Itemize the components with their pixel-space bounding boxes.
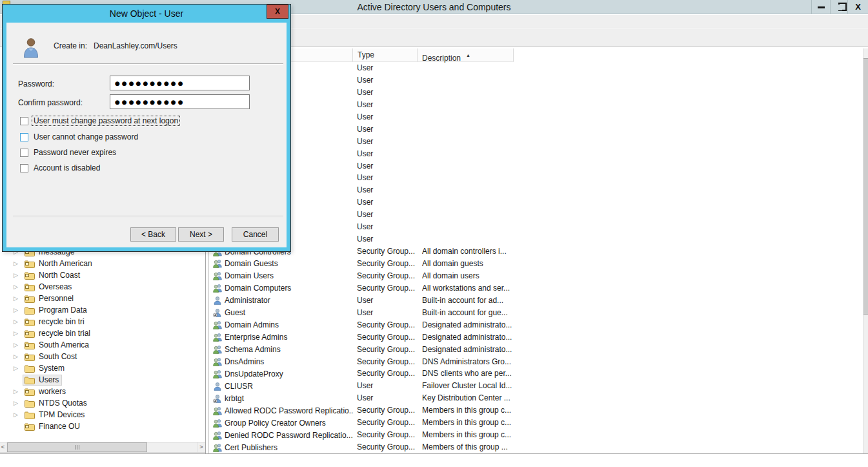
expand-arrow-icon[interactable]: ▷	[14, 351, 23, 362]
expand-arrow-icon[interactable]: ▷	[14, 339, 23, 351]
expand-arrow-icon[interactable]: ▷	[14, 293, 23, 304]
table-row[interactable]: Denied RODC Password Replicatio... Secur…	[208, 429, 863, 441]
expand-arrow-icon[interactable]: ▷	[14, 397, 23, 409]
table-row[interactable]: Domain Computers Security Group... All w…	[208, 282, 863, 295]
checkbox-icon[interactable]	[20, 117, 28, 125]
table-row[interactable]: Domain Controllers Security Group... All…	[208, 245, 863, 258]
table-row[interactable]: User	[208, 148, 863, 160]
table-row[interactable]: Enterprise Admins Security Group... Desi…	[208, 331, 863, 344]
table-row[interactable]: Domain Admins Security Group... Designat…	[208, 319, 863, 331]
column-header-description[interactable]: Description▲	[418, 48, 514, 62]
row-description: Members of this group ...	[422, 441, 532, 453]
list-vertical-scrollbar[interactable]	[863, 48, 868, 454]
row-description: Designated administrato...	[422, 344, 532, 356]
tree-item[interactable]: ▷ South America	[0, 339, 205, 351]
table-row[interactable]: User	[208, 160, 863, 172]
column-header-description-label: Description	[422, 54, 461, 63]
table-row[interactable]: Administrator User Built-in account for …	[208, 295, 863, 307]
table-row[interactable]: CLIUSR User Failover Cluster Local Id...	[208, 380, 863, 392]
scroll-right-arrow[interactable]: >	[197, 442, 205, 452]
expand-arrow-icon[interactable]: ▷	[14, 269, 23, 281]
row-type: User	[357, 295, 419, 307]
tree-item[interactable]: ▷ workers	[0, 386, 205, 397]
expand-arrow-icon[interactable]: ▷	[14, 386, 23, 397]
expand-arrow-icon[interactable]: ▷	[14, 304, 23, 316]
table-row[interactable]: DnsUpdateProxy Security Group... DNS cli…	[208, 368, 863, 380]
tree-horizontal-scrollbar[interactable]: < >	[0, 442, 205, 453]
row-type: Security Group...	[357, 258, 419, 270]
table-row[interactable]: User	[208, 136, 863, 148]
next-button[interactable]: Next >	[178, 227, 224, 242]
table-row[interactable]: User	[208, 184, 863, 196]
table-row[interactable]: Group Policy Creator Owners Security Gro…	[208, 417, 863, 429]
row-name: DnsAdmins	[225, 357, 264, 366]
checkbox-password-never-expires[interactable]: Password never expires	[20, 147, 117, 158]
tree-item[interactable]: ▷ North Coast	[0, 269, 205, 281]
table-row[interactable]: krbtgt User Key Distribution Center ...	[208, 392, 863, 404]
tree-item[interactable]: ▷ recycle bin trial	[0, 327, 205, 339]
confirm-password-input[interactable]	[110, 94, 250, 109]
expand-arrow-icon[interactable]: ▷	[14, 316, 23, 327]
table-row[interactable]: Cert Publishers Security Group... Member…	[208, 441, 863, 453]
table-row[interactable]: Allowed RODC Password Replicatio... Secu…	[208, 404, 863, 417]
expand-arrow-icon[interactable]: ▷	[14, 281, 23, 293]
tree-item[interactable]: ▷ Users	[0, 374, 205, 386]
table-row[interactable]: User	[208, 74, 863, 87]
table-row[interactable]: DnsAdmins Security Group... DNS Administ…	[208, 356, 863, 368]
tree-item[interactable]: ▷ Finance OU	[0, 420, 205, 432]
scrollbar-thumb[interactable]	[7, 442, 147, 452]
row-description	[422, 74, 532, 87]
tree-item[interactable]: ▷ System	[0, 362, 205, 374]
row-description	[422, 99, 532, 111]
checkbox-account-disabled[interactable]: Account is disabled	[20, 163, 101, 173]
tree-item[interactable]: ▷ NTDS Quotas	[0, 397, 205, 409]
table-row[interactable]: User	[208, 123, 863, 136]
scroll-left-arrow[interactable]: <	[0, 442, 6, 452]
back-button[interactable]: < Back	[130, 227, 176, 242]
tree-item[interactable]: ▷ Overseas	[0, 281, 205, 293]
table-row[interactable]: User	[208, 221, 863, 233]
restore-button[interactable]	[830, 0, 847, 14]
row-type: User	[357, 172, 419, 184]
dialog-body: Create in: DeanLashley.com/Users Passwor…	[6, 23, 287, 247]
tree-item[interactable]: ▷ recycle bin tri	[0, 316, 205, 327]
password-input[interactable]	[110, 76, 250, 90]
checkbox-icon[interactable]	[20, 133, 28, 141]
table-row[interactable]: User	[208, 87, 863, 99]
table-row[interactable]: User	[208, 99, 863, 111]
table-row[interactable]: Schema Admins Security Group... Designat…	[208, 344, 863, 356]
disabled-user-icon	[213, 308, 222, 317]
checkbox-must-change-password[interactable]: User must change password at next logon	[20, 116, 179, 126]
ou-folder-icon	[25, 353, 35, 361]
dialog-close-button[interactable]: X	[267, 5, 288, 19]
table-row[interactable]: User	[208, 196, 863, 209]
tree-item[interactable]: ▷ North American	[0, 258, 205, 269]
group-icon	[213, 333, 222, 342]
expand-arrow-icon[interactable]: ▷	[14, 258, 23, 269]
cancel-button[interactable]: Cancel	[232, 227, 279, 242]
table-row[interactable]: User	[208, 62, 863, 74]
checkbox-cannot-change-password[interactable]: User cannot change password	[20, 132, 139, 142]
tree-item[interactable]: ▷ TPM Devices	[0, 409, 205, 420]
expand-arrow-icon[interactable]: ▷	[14, 327, 23, 339]
table-row[interactable]: Guest User Built-in account for gue...	[208, 307, 863, 319]
minimize-button[interactable]	[811, 0, 830, 14]
tree-item[interactable]: ▷ South Cost	[0, 351, 205, 362]
close-window-button[interactable]: X	[847, 0, 868, 14]
table-row[interactable]: User	[208, 233, 863, 245]
checkbox-icon[interactable]	[20, 149, 28, 157]
checkbox-icon[interactable]	[20, 164, 28, 172]
expand-arrow-icon[interactable]: ▷	[14, 362, 23, 374]
tree-item[interactable]: ▷ Personnel	[0, 293, 205, 304]
scrollbar-thumb[interactable]	[863, 58, 868, 315]
column-header-type[interactable]: Type	[353, 48, 418, 62]
expand-arrow-icon[interactable]: ▷	[14, 409, 23, 420]
table-row[interactable]: Domain Guests Security Group... All doma…	[208, 258, 863, 270]
table-row[interactable]: User	[208, 111, 863, 123]
row-description: Designated administrato...	[422, 331, 532, 344]
tree-item-label: TPM Devices	[39, 410, 85, 419]
table-row[interactable]: User	[208, 172, 863, 184]
table-row[interactable]: User	[208, 209, 863, 221]
table-row[interactable]: Domain Users Security Group... All domai…	[208, 270, 863, 282]
tree-item[interactable]: ▷ Program Data	[0, 304, 205, 316]
